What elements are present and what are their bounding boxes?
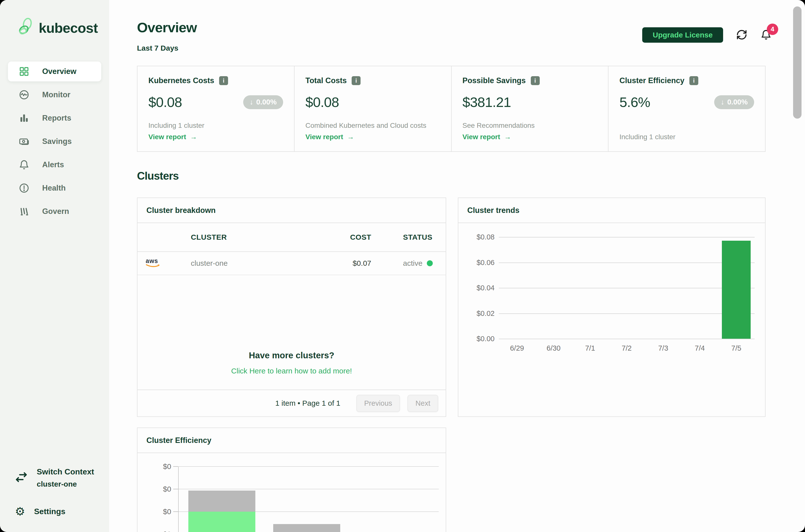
switch-context-icon: [15, 467, 28, 488]
efficiency-bar-2-idle[interactable]: [273, 524, 340, 532]
efficiency-bar-1-idle[interactable]: [188, 491, 255, 512]
x-axis-tick-label: 7/5: [718, 344, 755, 353]
x-axis-tick-label: 7/4: [682, 344, 718, 353]
sidebar-item-label: Health: [42, 184, 66, 193]
previous-page-button[interactable]: Previous: [356, 395, 400, 412]
breakdown-table-body: awscluster-one$0.07active: [137, 252, 446, 275]
cluster-table-row[interactable]: awscluster-one$0.07active: [137, 252, 446, 275]
gridline: [179, 489, 439, 489]
scrollbar-thumb[interactable]: [793, 6, 802, 119]
x-axis-tick-label: 7/1: [572, 344, 609, 353]
arrow-down-icon: ↓: [250, 98, 253, 106]
sidebar-item-label: Reports: [42, 114, 71, 122]
stat-card-caption: Including 1 cluster: [148, 110, 283, 130]
sidebar-item-label: Monitor: [42, 90, 71, 99]
cluster-trends-chart: $0.08$0.06$0.04$0.02$0.006/296/307/17/27…: [499, 237, 755, 339]
view-report-link[interactable]: View report→: [148, 133, 283, 141]
health-icon: [18, 183, 30, 194]
switch-context-button[interactable]: Switch Context cluster-one: [15, 467, 101, 488]
cluster-trends-card: Cluster trends $0.08$0.06$0.04$0.02$0.00…: [458, 197, 766, 417]
sidebar-item-label: Savings: [42, 137, 72, 146]
axis-tick: [173, 511, 178, 512]
svg-text:aws: aws: [146, 257, 158, 264]
trend-bar-7/5[interactable]: [722, 241, 751, 339]
column-status: STATUS: [371, 233, 446, 242]
x-axis-tick-label: 7/3: [645, 344, 682, 353]
gear-icon: ⚙: [15, 506, 25, 517]
delta-badge: ↓0.00%: [243, 95, 283, 109]
y-axis-tick-label: $0: [144, 530, 171, 532]
bell-icon: [18, 159, 30, 170]
info-icon[interactable]: i: [219, 76, 228, 85]
sidebar-item-reports[interactable]: Reports: [8, 108, 101, 128]
sidebar-item-label: Overview: [42, 67, 76, 76]
sidebar-item-overview[interactable]: Overview: [8, 61, 101, 81]
pagination-summary: 1 item • Page 1 of 1: [275, 399, 340, 407]
stat-card-caption: Combined Kubernetes and Cloud costs: [305, 110, 440, 130]
sidebar-item-settings[interactable]: ⚙ Settings: [15, 506, 101, 517]
sidebar-item-alerts[interactable]: Alerts: [8, 155, 101, 175]
sidebar-item-health[interactable]: Health: [8, 178, 101, 198]
stat-card-title: Possible Savings: [463, 76, 526, 85]
reports-icon: [18, 112, 30, 124]
axis-tick: [173, 489, 178, 489]
sidebar-item-label: Alerts: [42, 160, 64, 169]
cluster-breakdown-card: Cluster breakdown CLUSTER COST STATUS aw…: [137, 197, 446, 417]
info-icon[interactable]: i: [352, 76, 361, 85]
trends-card-title: Cluster trends: [467, 206, 519, 215]
info-icon[interactable]: i: [531, 76, 540, 85]
x-axis-tick-label: 6/29: [499, 344, 535, 353]
cluster-name: cluster-one: [191, 259, 325, 267]
axis-tick: [173, 466, 178, 467]
stat-card-caption: See Recommendations: [463, 110, 597, 130]
sidebar-item-savings[interactable]: Savings: [8, 132, 101, 151]
delta-badge: ↓0.00%: [714, 95, 754, 109]
efficiency-bar-1-used[interactable]: [188, 512, 255, 532]
breakdown-card-title: Cluster breakdown: [147, 206, 216, 215]
refresh-button[interactable]: [736, 29, 747, 41]
gridline: [499, 237, 755, 238]
gridline: [499, 288, 755, 288]
status-dot-icon: [427, 260, 433, 266]
prompt-title: Have more clusters?: [137, 350, 446, 360]
stat-card-title: Cluster Efficiency: [619, 76, 684, 85]
brand-name: kubecost: [39, 20, 98, 36]
column-cluster: CLUSTER: [191, 233, 325, 242]
y-axis-line: [178, 467, 179, 532]
add-clusters-link[interactable]: Click Here to learn how to add more!: [231, 367, 352, 375]
stat-cards-row: Kubernetes Costsi$0.08↓0.00%Including 1 …: [137, 66, 766, 152]
info-icon[interactable]: i: [689, 76, 698, 85]
notification-count-badge: 4: [767, 23, 778, 35]
gridline: [179, 466, 439, 467]
kubecost-logo-icon: [18, 18, 34, 38]
stat-card-possible-savings: Possible Savingsi$381.21See Recommendati…: [452, 66, 609, 151]
pagination: 1 item • Page 1 of 1 Previous Next: [137, 390, 446, 416]
stat-card-caption: Including 1 cluster: [619, 121, 754, 141]
arrow-right-icon: →: [504, 133, 511, 141]
x-axis-tick-label: 6/30: [535, 344, 572, 353]
brand: kubecost: [8, 18, 101, 38]
stat-card-value: $0.08: [148, 94, 182, 110]
upgrade-license-button[interactable]: Upgrade License: [642, 27, 723, 43]
stat-card-value: 5.6%: [619, 94, 650, 110]
gridline: [499, 339, 755, 339]
monitor-icon: [18, 89, 30, 100]
sidebar-footer: Switch Context cluster-one ⚙ Settings: [8, 467, 101, 517]
sidebar-item-govern[interactable]: Govern: [8, 202, 101, 221]
notifications-button[interactable]: 4: [760, 29, 772, 41]
sidebar: kubecost OverviewMonitorReportsSavingsAl…: [0, 0, 109, 532]
next-page-button[interactable]: Next: [407, 395, 438, 412]
gridline: [499, 314, 755, 314]
sidebar-item-monitor[interactable]: Monitor: [8, 85, 101, 105]
efficiency-card-title: Cluster Efficiency: [147, 436, 211, 445]
y-axis-tick-label: $0.08: [455, 233, 495, 241]
page-title: Overview: [137, 19, 197, 36]
y-axis-tick-label: $0: [144, 462, 171, 471]
stat-card-title: Total Costs: [305, 76, 347, 85]
arrow-down-icon: ↓: [721, 98, 724, 106]
settings-label: Settings: [34, 507, 65, 516]
clusters-section-heading: Clusters: [137, 170, 805, 182]
view-report-link[interactable]: View report→: [305, 133, 440, 141]
savings-icon: [18, 136, 30, 147]
view-report-link[interactable]: View report→: [463, 133, 597, 141]
